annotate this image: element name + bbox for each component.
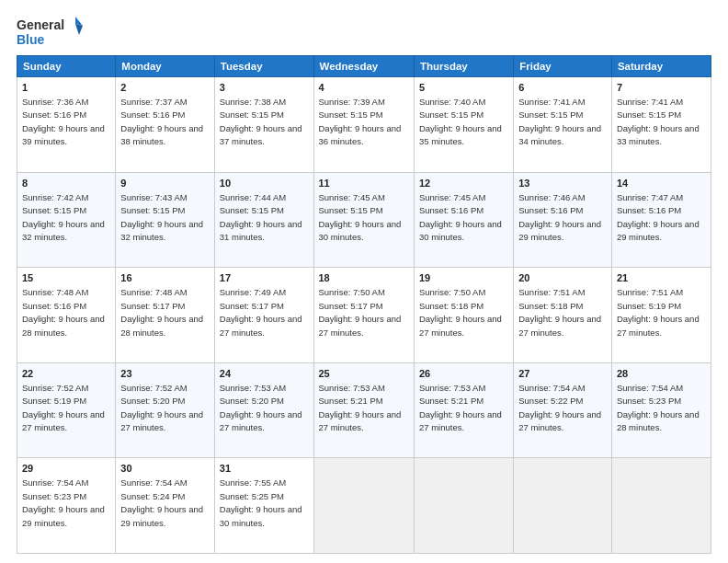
calendar-cell: 27 Sunrise: 7:54 AMSunset: 5:22 PMDaylig… [514, 362, 612, 458]
day-info: Sunrise: 7:54 AMSunset: 5:23 PMDaylight:… [22, 477, 105, 528]
calendar-week-2: 8 Sunrise: 7:42 AMSunset: 5:15 PMDayligh… [17, 172, 711, 268]
calendar-header-sunday: Sunday [17, 56, 116, 77]
day-number: 19 [419, 271, 508, 286]
day-number: 29 [22, 462, 110, 477]
day-info: Sunrise: 7:42 AMSunset: 5:15 PMDaylight:… [22, 192, 105, 243]
calendar-cell: 28 Sunrise: 7:54 AMSunset: 5:23 PMDaylig… [611, 362, 711, 458]
calendar-week-5: 29 Sunrise: 7:54 AMSunset: 5:23 PMDaylig… [17, 458, 711, 554]
day-number: 25 [319, 367, 409, 382]
header: General Blue [17, 15, 711, 48]
calendar-header-row: SundayMondayTuesdayWednesdayThursdayFrid… [17, 56, 711, 77]
calendar-week-4: 22 Sunrise: 7:52 AMSunset: 5:19 PMDaylig… [17, 362, 711, 458]
day-info: Sunrise: 7:51 AMSunset: 5:19 PMDaylight:… [617, 287, 700, 338]
day-number: 6 [518, 81, 607, 96]
calendar-cell: 12 Sunrise: 7:45 AMSunset: 5:16 PMDaylig… [414, 172, 513, 268]
calendar-cell: 31 Sunrise: 7:55 AMSunset: 5:25 PMDaylig… [214, 458, 313, 554]
day-info: Sunrise: 7:54 AMSunset: 5:22 PMDaylight:… [518, 383, 601, 433]
day-info: Sunrise: 7:39 AMSunset: 5:15 PMDaylight:… [319, 97, 402, 147]
day-number: 5 [419, 81, 508, 96]
calendar-header-thursday: Thursday [414, 56, 513, 77]
calendar-cell: 30 Sunrise: 7:54 AMSunset: 5:24 PMDaylig… [116, 458, 214, 554]
calendar-cell: 4 Sunrise: 7:39 AMSunset: 5:15 PMDayligh… [313, 77, 414, 173]
calendar-cell: 21 Sunrise: 7:51 AMSunset: 5:19 PMDaylig… [611, 268, 711, 363]
calendar-table: SundayMondayTuesdayWednesdayThursdayFrid… [17, 55, 711, 554]
day-number: 18 [319, 271, 409, 286]
svg-text:Blue: Blue [17, 32, 45, 47]
day-number: 20 [518, 271, 607, 286]
calendar-cell: 5 Sunrise: 7:40 AMSunset: 5:15 PMDayligh… [414, 77, 513, 173]
calendar-week-1: 1 Sunrise: 7:36 AMSunset: 5:16 PMDayligh… [17, 77, 711, 173]
calendar-cell: 13 Sunrise: 7:46 AMSunset: 5:16 PMDaylig… [514, 172, 612, 268]
calendar-cell: 22 Sunrise: 7:52 AMSunset: 5:19 PMDaylig… [17, 362, 116, 458]
calendar-cell: 19 Sunrise: 7:50 AMSunset: 5:18 PMDaylig… [414, 268, 513, 363]
calendar-cell: 16 Sunrise: 7:48 AMSunset: 5:17 PMDaylig… [116, 268, 214, 363]
day-info: Sunrise: 7:47 AMSunset: 5:16 PMDaylight:… [617, 192, 700, 243]
calendar-cell: 7 Sunrise: 7:41 AMSunset: 5:15 PMDayligh… [611, 77, 711, 173]
calendar-header-wednesday: Wednesday [313, 56, 414, 77]
day-number: 31 [220, 462, 309, 477]
day-info: Sunrise: 7:37 AMSunset: 5:16 PMDaylight:… [120, 97, 203, 147]
calendar-cell: 24 Sunrise: 7:53 AMSunset: 5:20 PMDaylig… [214, 362, 313, 458]
day-info: Sunrise: 7:40 AMSunset: 5:15 PMDaylight:… [419, 97, 502, 147]
calendar-cell: 14 Sunrise: 7:47 AMSunset: 5:16 PMDaylig… [611, 172, 711, 268]
calendar-cell: 2 Sunrise: 7:37 AMSunset: 5:16 PMDayligh… [116, 77, 214, 173]
day-info: Sunrise: 7:52 AMSunset: 5:20 PMDaylight:… [120, 383, 203, 433]
day-number: 13 [518, 177, 607, 191]
day-number: 9 [120, 177, 209, 191]
calendar-week-3: 15 Sunrise: 7:48 AMSunset: 5:16 PMDaylig… [17, 268, 711, 363]
day-info: Sunrise: 7:36 AMSunset: 5:16 PMDaylight:… [22, 97, 105, 147]
day-info: Sunrise: 7:38 AMSunset: 5:15 PMDaylight:… [220, 97, 302, 147]
svg-marker-3 [75, 24, 83, 35]
day-number: 22 [22, 367, 110, 382]
day-number: 14 [617, 177, 706, 191]
day-number: 28 [617, 367, 706, 382]
calendar-header-tuesday: Tuesday [214, 56, 313, 77]
day-number: 30 [120, 462, 209, 477]
calendar-cell: 8 Sunrise: 7:42 AMSunset: 5:15 PMDayligh… [17, 172, 116, 268]
day-number: 8 [22, 177, 110, 191]
day-info: Sunrise: 7:55 AMSunset: 5:25 PMDaylight:… [220, 477, 302, 528]
day-number: 21 [617, 271, 706, 286]
day-info: Sunrise: 7:50 AMSunset: 5:18 PMDaylight:… [419, 287, 502, 338]
day-number: 10 [220, 177, 309, 191]
day-number: 3 [220, 81, 309, 96]
calendar-header-friday: Friday [514, 56, 612, 77]
day-info: Sunrise: 7:44 AMSunset: 5:15 PMDaylight:… [220, 192, 302, 243]
day-info: Sunrise: 7:41 AMSunset: 5:15 PMDaylight:… [518, 97, 601, 147]
day-info: Sunrise: 7:54 AMSunset: 5:23 PMDaylight:… [617, 383, 700, 433]
day-number: 2 [120, 81, 209, 96]
calendar-cell: 15 Sunrise: 7:48 AMSunset: 5:16 PMDaylig… [17, 268, 116, 363]
calendar-header-saturday: Saturday [611, 56, 711, 77]
calendar-cell: 29 Sunrise: 7:54 AMSunset: 5:23 PMDaylig… [17, 458, 116, 554]
logo-svg: General Blue [17, 15, 83, 48]
day-info: Sunrise: 7:54 AMSunset: 5:24 PMDaylight:… [120, 477, 203, 528]
day-number: 26 [419, 367, 508, 382]
day-info: Sunrise: 7:53 AMSunset: 5:20 PMDaylight:… [220, 383, 302, 433]
day-number: 15 [22, 271, 110, 286]
calendar-cell: 25 Sunrise: 7:53 AMSunset: 5:21 PMDaylig… [313, 362, 414, 458]
day-info: Sunrise: 7:43 AMSunset: 5:15 PMDaylight:… [120, 192, 203, 243]
calendar-cell [313, 458, 414, 554]
day-info: Sunrise: 7:48 AMSunset: 5:17 PMDaylight:… [120, 287, 203, 338]
day-number: 1 [22, 81, 110, 96]
day-number: 4 [319, 81, 409, 96]
calendar-cell [611, 458, 711, 554]
day-number: 23 [120, 367, 209, 382]
calendar-cell: 6 Sunrise: 7:41 AMSunset: 5:15 PMDayligh… [514, 77, 612, 173]
logo: General Blue [17, 15, 83, 48]
day-number: 7 [617, 81, 706, 96]
calendar-cell: 9 Sunrise: 7:43 AMSunset: 5:15 PMDayligh… [116, 172, 214, 268]
calendar-cell: 20 Sunrise: 7:51 AMSunset: 5:18 PMDaylig… [514, 268, 612, 363]
day-number: 24 [220, 367, 309, 382]
calendar-cell: 17 Sunrise: 7:49 AMSunset: 5:17 PMDaylig… [214, 268, 313, 363]
day-info: Sunrise: 7:45 AMSunset: 5:15 PMDaylight:… [319, 192, 402, 243]
calendar-body: 1 Sunrise: 7:36 AMSunset: 5:16 PMDayligh… [17, 77, 711, 554]
calendar-cell: 10 Sunrise: 7:44 AMSunset: 5:15 PMDaylig… [214, 172, 313, 268]
day-number: 12 [419, 177, 508, 191]
day-info: Sunrise: 7:52 AMSunset: 5:19 PMDaylight:… [22, 383, 105, 433]
calendar-page: General Blue SundayMondayTuesdayWednesda… [0, 0, 728, 563]
day-info: Sunrise: 7:41 AMSunset: 5:15 PMDaylight:… [617, 97, 700, 147]
day-info: Sunrise: 7:45 AMSunset: 5:16 PMDaylight:… [419, 192, 502, 243]
calendar-cell [514, 458, 612, 554]
day-number: 16 [120, 271, 209, 286]
